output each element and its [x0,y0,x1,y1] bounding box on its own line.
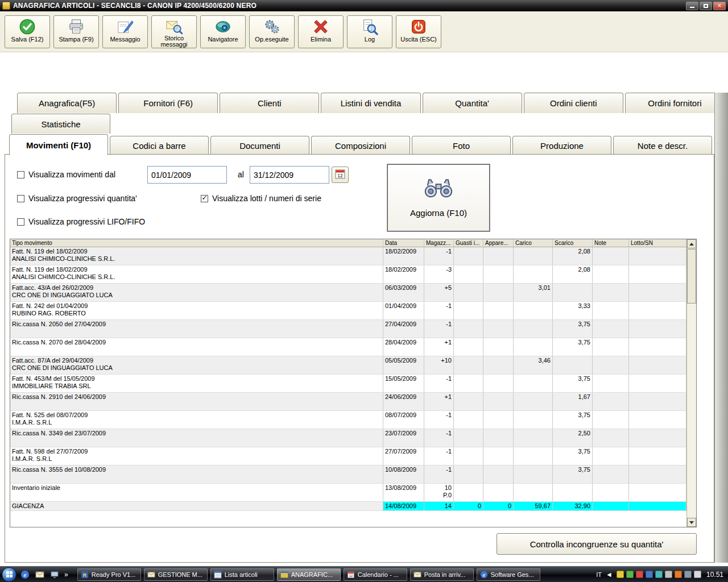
storico-messaggi-button[interactable]: Storico messaggi [151,15,197,48]
lotti-numeri-serie-checkbox[interactable] [201,195,208,202]
tab-clienti[interactable]: Clienti [220,93,319,113]
tab-ordini-fornitori[interactable]: Ordini fornitori [625,93,725,113]
column-header-tipo-movimento[interactable]: Tipo movimento [10,239,383,247]
elimina-button[interactable]: Elimina [298,15,344,48]
table-row[interactable]: Ric.cassa N. 3555 del 10/08/200910/08/20… [10,465,686,484]
tray-network-icon[interactable] [684,571,692,578]
save-icon [19,18,36,36]
taskbar-button-lista-articoli[interactable]: Lista articoli [210,568,274,581]
tab-ordini-clienti[interactable]: Ordini clienti [524,93,623,113]
tray-messenger-icon[interactable] [617,571,624,578]
table-row[interactable]: Fatt. N. 242 del 01/04/2009RUBINO RAG. R… [10,302,686,320]
taskbar-button-label: GESTIONE M... [158,571,202,578]
taskbar-button-calendario[interactable]: 12Calendario - ... [344,568,407,581]
table-row[interactable]: Fatt. N. 525 del 08/07/2009I.M.A.R. S.R.… [10,411,686,429]
tab-row-inner: Movimenti (F10)Codici a barreDocumentiCo… [9,134,712,155]
mail-icon [413,571,421,579]
taskbar-button-label: Ready Pro V1... [92,571,136,578]
scroll-up-button[interactable] [687,239,696,248]
tab-row-statistiche: Statistiche [11,114,110,134]
tray-sync-icon[interactable] [626,571,634,578]
table-row[interactable]: Fatt.acc. 43/A del 26/02/2009CRC ONE DI … [10,284,686,302]
tray-update-icon[interactable] [675,571,682,578]
salva-button[interactable]: Salva (F12) [5,15,50,48]
scroll-down-button[interactable] [687,518,696,527]
maximize-button[interactable] [700,2,712,10]
toolbar-button-label: Stampa (F9) [59,36,93,43]
start-button[interactable] [2,567,16,582]
taskbar-button-gestione-m[interactable]: GESTIONE M... [144,568,208,581]
tray-app-icon[interactable] [646,571,653,578]
navigatore-button[interactable]: Navigatore [200,15,246,48]
table-row[interactable]: Inventario iniziale13/08/200910P.0 [10,484,686,502]
cell [514,265,553,283]
cell [454,375,483,392]
cell: Fatt. N. 453/M del 15/05/2009IMMOBILIARE… [10,375,383,392]
taskbar-button-posta-in-arriv[interactable]: Posta in arriv... [410,568,474,581]
column-header-note[interactable]: Note [593,239,629,247]
language-indicator[interactable]: IT [596,571,602,578]
tab-quantita[interactable]: Quantita' [423,93,522,113]
tab-composizioni[interactable]: Composizioni [311,136,410,155]
tray-printer-icon[interactable] [665,571,672,578]
stampa-button[interactable]: Stampa (F9) [53,15,99,48]
table-row[interactable]: Ric.cassa N. 2070 del 28/04/200928/04/20… [10,338,686,356]
column-header-appare[interactable]: Appare... [483,239,514,247]
column-header-data[interactable]: Data [383,239,424,247]
column-header-lotto-sn[interactable]: Lotto/SN [629,239,686,247]
progressivi-lifo-fifo-checkbox[interactable] [17,218,24,226]
tab-produzione[interactable]: Produzione [512,136,611,155]
date-to-input[interactable] [250,166,329,184]
table-row[interactable]: Fatt. N. 119 del 18/02/2009ANALISI CHIMI… [10,247,686,265]
browser-quicklaunch-icon[interactable]: e [19,568,31,581]
tab-fornitori-f6[interactable]: Fornitori (F6) [118,93,218,113]
tab-movimenti-f10[interactable]: Movimenti (F10) [9,134,108,155]
op-eseguite-button[interactable]: Op.eseguite [249,15,295,48]
date-from-input[interactable] [147,166,227,184]
calendar-button[interactable]: 12 [332,167,349,183]
tab-anagrafica-f5[interactable]: Anagrafica(F5) [17,93,117,113]
tab-statistiche[interactable]: Statistiche [11,114,110,134]
taskbar-button-label: Posta in arriv... [424,571,466,578]
table-row[interactable]: Fatt. N. 453/M del 15/05/2009IMMOBILIARE… [10,375,686,393]
minimize-button[interactable] [686,2,698,10]
taskbar-button-anagrafic[interactable]: ANAGRAFIC... [277,568,341,581]
messaggio-button[interactable]: Messaggio [102,15,148,48]
table-row[interactable]: Ric.cassa N. 2910 del 24/06/200924/06/20… [10,393,686,411]
table-row[interactable]: Fatt.acc. 87/A del 29/04/2009CRC ONE DI … [10,356,686,375]
tab-listini-di-vendita[interactable]: Listini di vendita [321,93,420,113]
quicklaunch-overflow-chevron[interactable]: » [63,571,69,579]
column-header-scarico[interactable]: Scarico [553,239,593,247]
visualizza-movimenti-checkbox[interactable] [17,171,24,178]
column-header-carico[interactable]: Carico [514,239,553,247]
tray-scanner-icon[interactable] [655,571,663,578]
tray-expander-chevron[interactable]: ◄ [605,571,614,579]
uscita-button[interactable]: Uscita (ESC) [396,15,441,48]
tab-foto[interactable]: Foto [412,136,511,155]
scroll-thumb[interactable] [687,249,696,304]
tray-volume-icon[interactable] [694,571,701,578]
controlla-incongruenze-button[interactable]: Controlla incongruenze su quantita' [497,533,697,555]
tray-alert-icon[interactable] [636,571,643,578]
table-row[interactable]: Ric.cassa N. 3349 del 23/07/200923/07/20… [10,429,686,447]
table-row[interactable]: Fatt. N. 598 del 27/07/2009I.M.A.R. S.R.… [10,447,686,465]
tab-documenti[interactable]: Documenti [210,136,309,155]
table-row[interactable]: Ric.cassa N. 2050 del 27/04/200927/04/20… [10,320,686,338]
table-row[interactable]: Fatt. N. 119 del 18/02/2009ANALISI CHIMI… [10,265,686,284]
column-header-guasti-i[interactable]: Guasti i... [454,239,483,247]
close-button[interactable]: × [713,2,726,10]
taskbar-button-software-ges[interactable]: eSoftware Ges... [477,568,540,581]
readypro-icon: R [81,571,89,579]
mail-quicklaunch-icon[interactable] [34,568,46,581]
progressivi-quantita-checkbox[interactable] [17,195,24,202]
tab-codici-a-barre[interactable]: Codici a barre [110,136,209,155]
vertical-scrollbar[interactable] [686,239,696,527]
column-header-magazz[interactable]: Magazz... [424,239,454,247]
cell: +10 [424,356,454,374]
table-row[interactable]: GIACENZA14/08/2009140059,6732,90 [10,502,686,511]
log-button[interactable]: Log [347,15,392,48]
tab-note-e-descr[interactable]: Note e descr. [613,136,712,155]
aggiorna-button[interactable]: Aggiorna (F10) [387,164,490,231]
taskbar-button-ready-pro-v1[interactable]: RReady Pro V1... [77,568,141,581]
show-desktop-icon[interactable] [48,568,61,581]
